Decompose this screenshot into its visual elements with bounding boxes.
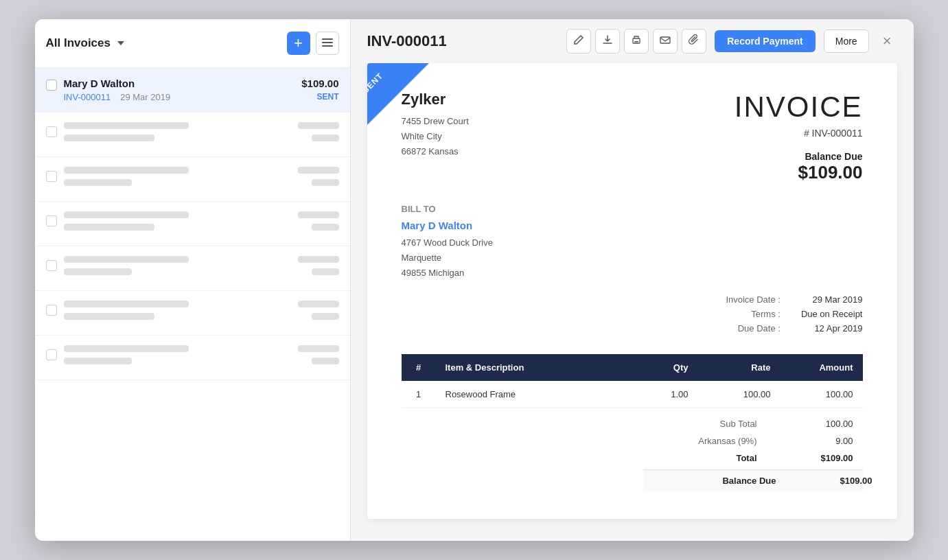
placeholder-right bbox=[298, 301, 339, 320]
placeholder-line bbox=[64, 345, 189, 352]
record-payment-button[interactable]: Record Payment bbox=[715, 30, 815, 52]
balance-due-label: Balance Due bbox=[735, 151, 863, 162]
tax-value: 9.00 bbox=[771, 436, 853, 446]
bill-to-section: Bill To Mary D Walton 4767 Wood Duck Dri… bbox=[402, 204, 863, 281]
menu-button[interactable] bbox=[316, 32, 339, 55]
placeholder-line bbox=[64, 268, 132, 275]
placeholder-right bbox=[298, 256, 339, 275]
placeholder-line bbox=[64, 301, 189, 307]
toolbar-icons bbox=[566, 29, 706, 54]
placeholder-line bbox=[64, 211, 189, 218]
invoice-date: 29 Mar 2019 bbox=[120, 92, 170, 102]
email-button[interactable] bbox=[653, 29, 678, 54]
placeholder-line bbox=[312, 268, 339, 275]
terms-label: Terms : bbox=[726, 309, 781, 319]
list-item[interactable] bbox=[35, 157, 350, 202]
list-item[interactable] bbox=[35, 246, 350, 291]
right-toolbar: INV-000011 bbox=[351, 19, 914, 63]
table-header-row: # Item & Description Qty Rate Amount bbox=[402, 354, 863, 381]
col-header-num: # bbox=[402, 354, 436, 381]
right-panel: INV-000011 bbox=[351, 19, 914, 541]
placeholder-right bbox=[298, 345, 339, 364]
row-rate: 100.00 bbox=[698, 381, 781, 408]
item-content: Mary D Walton INV-000011 29 Mar 2019 bbox=[64, 78, 295, 102]
col-header-amount: Amount bbox=[781, 354, 863, 381]
invoice-date-label: Invoice Date : bbox=[726, 294, 781, 305]
all-invoices-button[interactable]: All Invoices bbox=[46, 36, 124, 50]
subtotal-value: 100.00 bbox=[771, 419, 853, 429]
edit-button[interactable] bbox=[566, 29, 591, 54]
item-checkbox[interactable] bbox=[46, 305, 57, 316]
close-button[interactable]: × bbox=[877, 30, 897, 53]
item-checkbox[interactable] bbox=[46, 215, 57, 226]
item-checkbox[interactable] bbox=[46, 171, 57, 182]
balance-due-row: Balance Due $109.00 bbox=[643, 469, 863, 491]
doc-meta: Invoice Date : 29 Mar 2019 Terms : Due o… bbox=[402, 294, 863, 334]
placeholder-line bbox=[64, 313, 154, 320]
total-label: Total bbox=[634, 453, 771, 463]
company-address-line3: 66872 Kansas bbox=[402, 144, 469, 159]
balance-due-amount: $109.00 bbox=[735, 162, 863, 183]
invoice-word: INVOICE bbox=[735, 91, 863, 124]
placeholder-line bbox=[298, 301, 339, 307]
item-checkbox[interactable] bbox=[46, 349, 57, 360]
list-item[interactable] bbox=[35, 291, 350, 336]
hamburger-icon bbox=[322, 37, 333, 49]
balance-value: $109.00 bbox=[790, 476, 872, 486]
placeholder-lines bbox=[64, 256, 291, 281]
row-num: 1 bbox=[402, 381, 436, 408]
app-window: All Invoices + bbox=[35, 19, 914, 541]
tax-label: Arkansas (9%) bbox=[634, 436, 771, 446]
list-item[interactable] bbox=[35, 202, 350, 246]
svg-rect-3 bbox=[633, 38, 640, 43]
list-item[interactable] bbox=[35, 113, 350, 157]
placeholder-line bbox=[64, 179, 132, 186]
invoice-list-item-active[interactable]: Mary D Walton INV-000011 29 Mar 2019 $10… bbox=[35, 68, 350, 113]
placeholder-right bbox=[298, 122, 339, 141]
svg-rect-5 bbox=[660, 37, 670, 43]
customer-name: Mary D Walton bbox=[64, 78, 295, 89]
terms-value: Due on Receipt bbox=[801, 309, 863, 319]
item-right: $109.00 SENT bbox=[301, 78, 338, 102]
subtotal-label: Sub Total bbox=[634, 419, 771, 429]
edit-icon bbox=[573, 34, 584, 48]
placeholder-lines bbox=[64, 122, 291, 147]
invoice-list: Mary D Walton INV-000011 29 Mar 2019 $10… bbox=[35, 68, 350, 541]
add-invoice-button[interactable]: + bbox=[287, 32, 310, 55]
placeholder-line bbox=[64, 358, 132, 364]
more-button[interactable]: More bbox=[824, 30, 869, 53]
bill-to-address: 4767 Wood Duck Drive Marquette 49855 Mic… bbox=[402, 235, 863, 281]
placeholder-line bbox=[298, 256, 339, 263]
list-item[interactable] bbox=[35, 336, 350, 380]
bill-address-line3: 49855 Michigan bbox=[402, 266, 863, 281]
placeholder-right bbox=[298, 167, 339, 186]
download-button[interactable] bbox=[595, 29, 620, 54]
bill-address-line2: Marquette bbox=[402, 250, 863, 266]
item-checkbox[interactable] bbox=[46, 80, 57, 91]
subtotal-row: Sub Total 100.00 bbox=[624, 415, 863, 432]
placeholder-line bbox=[64, 167, 189, 174]
print-button[interactable] bbox=[624, 29, 649, 54]
attach-button[interactable] bbox=[682, 29, 706, 54]
svg-rect-1 bbox=[322, 42, 333, 43]
placeholder-line bbox=[312, 313, 339, 320]
bill-to-label: Bill To bbox=[402, 204, 863, 214]
placeholder-lines bbox=[64, 167, 291, 191]
invoice-doc-wrapper: Sent Zylker 7455 Drew Court White City 6… bbox=[351, 63, 914, 541]
row-amount: 100.00 bbox=[781, 381, 863, 408]
item-checkbox[interactable] bbox=[46, 126, 57, 137]
header-actions: + bbox=[287, 32, 339, 55]
left-panel: All Invoices + bbox=[35, 19, 351, 541]
invoice-number-label: # INV-000011 bbox=[735, 128, 863, 139]
svg-rect-0 bbox=[322, 38, 333, 40]
invoice-id-title: INV-000011 bbox=[367, 32, 559, 50]
placeholder-line bbox=[312, 224, 339, 231]
sent-ribbon: Sent bbox=[367, 63, 429, 125]
add-icon: + bbox=[294, 36, 303, 51]
item-checkbox[interactable] bbox=[46, 260, 57, 271]
col-header-desc: Item & Description bbox=[436, 354, 629, 381]
svg-rect-2 bbox=[322, 45, 333, 47]
tax-row: Arkansas (9%) 9.00 bbox=[624, 432, 863, 450]
bill-to-name: Mary D Walton bbox=[402, 220, 863, 231]
placeholder-line bbox=[64, 122, 189, 129]
